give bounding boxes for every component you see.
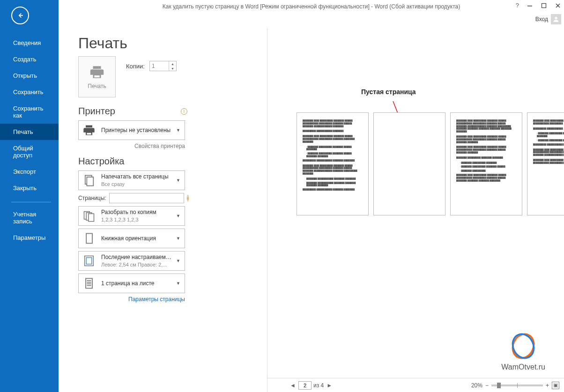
print-settings-panel: Печать Копии: ▲ ▼ Принтер i [78, 56, 247, 309]
sidebar-item-2[interactable]: Открыть [0, 67, 59, 84]
chevron-down-icon: ▼ [176, 178, 182, 183]
collate-label: Разобрать по копиям [101, 208, 171, 216]
zoom-percent: 20% [471, 382, 482, 389]
back-button[interactable] [11, 7, 29, 24]
preview-footer: ◄ из 4 ► 20% − + ▣ [267, 378, 564, 392]
zoom-in-button[interactable]: + [546, 382, 549, 389]
orientation-icon [82, 231, 96, 246]
watermark-text: WamOtvet.ru [501, 363, 545, 371]
margins-dropdown[interactable]: Последние настраиваемые... Левое: 2,54 с… [78, 251, 185, 271]
page-thumbnail-4[interactable]: ████████ ████ ██████████ ████████ ██████… [527, 112, 564, 215]
page-thumbnail-1[interactable]: ████████ ████ ██████████ ████████ ██████… [297, 112, 369, 215]
chevron-down-icon: ▼ [176, 128, 182, 133]
sidebar-item-7[interactable]: Экспорт [0, 163, 59, 180]
minimize-button[interactable] [524, 1, 536, 10]
collate-sub: 1,2,3 1,2,3 1,2,3 [101, 216, 171, 223]
page-count-label: из 4 [313, 382, 324, 389]
chevron-down-icon: ▼ [176, 281, 182, 286]
print-range-label: Напечатать все страницы [101, 173, 171, 180]
watermark: WamOtvet.ru [501, 332, 545, 371]
backstage-sidebar: СведенияСоздатьОткрытьСохранитьСохранить… [0, 0, 59, 392]
page-thumbnails: ████████ ████ ██████████ ████████ ██████… [297, 112, 564, 215]
sign-in-link[interactable]: Вход [535, 16, 548, 22]
avatar-icon[interactable] [551, 14, 561, 24]
next-page-button[interactable]: ► [326, 382, 333, 389]
copies-down[interactable]: ▼ [169, 66, 176, 71]
sidebar-item-8[interactable]: Закрыть [0, 180, 59, 196]
pages-label: Страницы: [78, 195, 106, 201]
sidebar-separator [11, 202, 51, 202]
sidebar-item-5[interactable]: Печать [0, 124, 59, 140]
sidebar-item-3[interactable]: Сохранить [0, 84, 59, 100]
print-range-sub: Все сразу [101, 181, 171, 188]
sidebar-item-6[interactable]: Общий доступ [0, 140, 59, 163]
margins-sub: Левое: 2,54 см Правое: 2,... [101, 261, 171, 268]
chevron-down-icon: ▼ [176, 236, 182, 241]
svg-rect-11 [86, 258, 92, 264]
prev-page-button[interactable]: ◄ [289, 382, 297, 389]
page-sheet-icon [82, 276, 96, 291]
chevron-down-icon: ▼ [176, 214, 182, 218]
empty-page-annotation: Пустая страница [361, 88, 416, 96]
settings-header: Настройка [78, 156, 124, 167]
current-page-input[interactable] [298, 381, 312, 390]
window-title: Как удалить пустую страницу в Word [Режи… [163, 3, 460, 10]
fit-page-button[interactable]: ▣ [552, 382, 559, 389]
zoom-out-button[interactable]: − [485, 382, 489, 389]
zoom-handle[interactable] [497, 383, 501, 388]
page-thumbnail-3[interactable]: ████████ ████ ██████████ ████████ ██████… [450, 112, 522, 215]
svg-rect-8 [89, 214, 94, 221]
copies-input[interactable] [150, 61, 169, 71]
printer-icon [82, 123, 96, 138]
print-range-dropdown[interactable]: Напечатать все страницы Все сразу ▼ [78, 170, 185, 190]
zoom-slider[interactable] [491, 385, 543, 386]
svg-rect-12 [86, 279, 92, 288]
restore-button[interactable] [538, 1, 550, 10]
printer-header: Принтер [78, 106, 115, 117]
margins-icon [82, 253, 96, 268]
collate-dropdown[interactable]: Разобрать по копиям 1,2,3 1,2,3 1,2,3 ▼ [78, 206, 185, 226]
print-button[interactable]: Печать [78, 56, 116, 97]
printer-info-icon[interactable]: i [181, 108, 187, 115]
print-button-label: Печать [88, 83, 106, 89]
sidebar-item2-0[interactable]: Учетная запись [0, 206, 59, 229]
copies-up[interactable]: ▲ [169, 61, 176, 66]
svg-rect-2 [542, 4, 546, 8]
sidebar-item-0[interactable]: Сведения [0, 35, 59, 51]
page-thumbnail-2[interactable] [373, 112, 445, 215]
pages-per-sheet-label: 1 страница на листе [101, 280, 171, 287]
svg-point-3 [555, 17, 557, 19]
svg-rect-1 [527, 6, 532, 7]
svg-rect-9 [86, 234, 92, 244]
svg-point-19 [509, 332, 537, 360]
printer-properties-link[interactable]: Свойства принтера [78, 143, 185, 149]
pages-info-icon[interactable]: i [187, 195, 189, 201]
sidebar-item-4[interactable]: Сохранить как [0, 100, 59, 124]
svg-rect-0 [19, 15, 23, 16]
pages-icon [82, 173, 96, 188]
printer-dropdown[interactable]: Принтеры не установлены ▼ [78, 120, 185, 140]
copies-label: Копии: [126, 63, 145, 70]
pages-input[interactable] [109, 193, 184, 203]
orientation-label: Книжная ориентация [101, 235, 171, 242]
title-bar: Как удалить пустую страницу в Word [Режи… [59, 0, 564, 13]
print-preview-panel: Пустая страница ████████ ████ ██████████… [267, 28, 564, 392]
svg-rect-5 [87, 177, 93, 186]
copies-spinner[interactable]: ▲ ▼ [149, 61, 177, 71]
sidebar-item-1[interactable]: Создать [0, 51, 59, 67]
pages-per-sheet-dropdown[interactable]: 1 страница на листе ▼ [78, 274, 185, 293]
margins-label: Последние настраиваемые... [101, 253, 171, 261]
orientation-dropdown[interactable]: Книжная ориентация ▼ [78, 229, 185, 248]
chevron-down-icon: ▼ [176, 259, 182, 263]
collate-icon [82, 208, 96, 223]
help-icon[interactable]: ? [516, 2, 519, 9]
close-button[interactable] [552, 1, 564, 10]
page-setup-link[interactable]: Параметры страницы [78, 296, 185, 303]
printer-dropdown-label: Принтеры не установлены [101, 126, 171, 134]
sidebar-item2-1[interactable]: Параметры [0, 229, 59, 246]
